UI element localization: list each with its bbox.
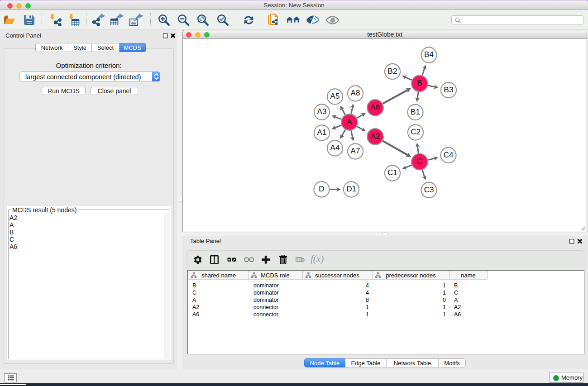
svg-text:C4: C4 <box>444 151 454 159</box>
svg-text:A1: A1 <box>317 128 327 137</box>
svg-text:B2: B2 <box>388 67 397 76</box>
svg-text:A5: A5 <box>330 92 340 100</box>
svg-text:C2: C2 <box>411 128 421 136</box>
svg-text:A6: A6 <box>371 103 380 112</box>
svg-text:B3: B3 <box>444 86 454 94</box>
svg-text:B4: B4 <box>424 50 434 59</box>
svg-text:C3: C3 <box>424 186 434 194</box>
svg-text:D: D <box>319 185 324 193</box>
svg-text:C1: C1 <box>387 168 397 177</box>
svg-text:D1: D1 <box>346 185 356 193</box>
svg-text:C: C <box>417 157 422 166</box>
svg-text:A2: A2 <box>371 132 380 141</box>
svg-text:B: B <box>417 79 422 87</box>
svg-text:A3: A3 <box>317 107 327 116</box>
svg-text:A: A <box>347 118 352 126</box>
svg-text:A7: A7 <box>351 147 360 155</box>
svg-text:B1: B1 <box>411 108 420 116</box>
svg-text:A4: A4 <box>330 143 340 152</box>
svg-text:A8: A8 <box>351 89 360 97</box>
